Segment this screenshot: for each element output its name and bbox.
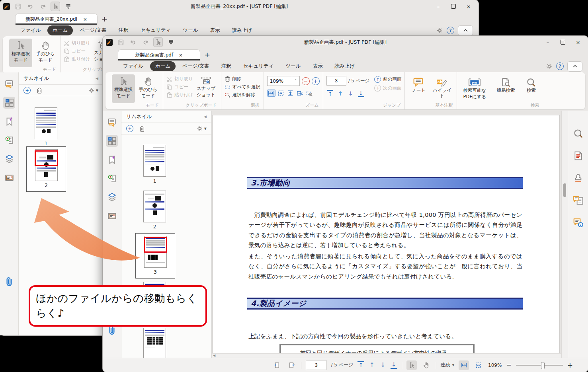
ribbon-collapse-button[interactable] [567,61,582,72]
zoom-out-icon[interactable]: − [302,77,310,85]
document-tab[interactable]: 新製品企画書.pdf × [118,49,200,60]
hand-mode-button[interactable]: 手のひらモード [34,39,57,67]
minimize-button[interactable]: – [432,2,445,11]
paste-button[interactable]: 貼り付け [64,56,90,62]
layers-panel-icon[interactable] [3,153,15,165]
undo-icon[interactable] [129,38,137,47]
menu-file[interactable]: ファイル [118,61,148,71]
panel-settings-gear-icon[interactable]: ▼ [197,125,207,132]
stamp-icon[interactable] [572,172,584,184]
copy-button[interactable]: コピー [64,48,90,54]
menu-readaloud[interactable]: 読み上げ [329,61,360,71]
minimize-button[interactable]: – [541,37,555,47]
settings-gear-icon[interactable] [546,63,553,70]
tab-close-icon[interactable]: × [83,17,87,22]
last-page-icon[interactable]: ↓ [358,90,364,97]
menu-home[interactable]: ホーム [47,25,73,35]
select-tool-icon[interactable] [51,2,60,11]
add-page-icon[interactable]: + [126,125,133,132]
searchable-pdf-button[interactable]: 検索可能なPDFにする [460,74,489,103]
delete-page-icon[interactable] [36,87,43,94]
document-tab[interactable]: 新製品企画書_20xx.pdf × [15,14,98,25]
add-page-icon[interactable]: + [23,87,31,94]
simple-search-button[interactable]: 簡易検索 [494,74,518,103]
tab-close-icon[interactable]: × [179,53,183,58]
bookmarks-panel-icon[interactable] [106,154,118,166]
previous-view-icon[interactable] [272,360,282,370]
undo-icon[interactable] [26,2,35,11]
status-page-input[interactable] [306,360,326,370]
fit-width-icon[interactable] [267,90,275,97]
comments-panel-icon[interactable] [3,78,15,90]
zoom-area-icon[interactable] [305,90,314,97]
maximize-button[interactable] [447,2,460,11]
save-icon[interactable] [116,38,125,47]
zoom-slider-thumb[interactable] [541,362,545,369]
delete-page-icon[interactable] [139,125,145,132]
search-button[interactable]: 検索 [522,74,540,103]
thumbnails-panel-icon[interactable] [3,97,15,109]
menu-view[interactable]: 表示 [307,61,328,71]
maximize-button[interactable] [556,37,570,47]
redo-icon[interactable] [38,2,47,11]
first-page-icon[interactable]: ↑ [357,361,364,369]
prev-page-icon[interactable]: ↑ [337,90,344,97]
menu-annot[interactable]: 注釈 [113,25,134,35]
zoom-in-icon[interactable]: + [567,361,573,369]
snapshot-button[interactable]: スナップショット [195,74,218,103]
comment-info-icon[interactable] [572,216,584,228]
panel-collapse-icon[interactable]: ◀ [204,115,207,119]
proofread-doc-icon[interactable] [572,150,584,162]
thumbnail-page-2-selected[interactable]: 2 [26,146,66,192]
menu-page[interactable]: ページ/文書 [177,61,214,71]
new-tab-button[interactable]: + [204,51,210,59]
status-fit-width-icon[interactable] [459,360,469,370]
fit-height-icon[interactable] [286,90,295,97]
thumbnail-page-1[interactable]: 1 [35,107,57,146]
menu-security[interactable]: セキュリティ [135,25,176,35]
menu-annot[interactable]: 注釈 [216,61,236,71]
ribbon-collapse-button[interactable] [458,25,473,36]
cut-button[interactable]: 切り取り [166,76,193,82]
zoom-in-icon[interactable]: + [312,77,320,85]
comments-panel-icon[interactable] [106,116,118,128]
scrollbar-thumb[interactable] [563,183,566,197]
paste-button[interactable]: 貼り付け [166,92,193,98]
note-button[interactable]: ノート [408,74,429,103]
close-button[interactable]: × [571,37,585,47]
help-icon[interactable]: ? [556,62,564,70]
standard-select-mode-button[interactable]: 標準選択モード [112,74,135,103]
destinations-panel-icon[interactable] [3,134,15,146]
more-icon[interactable] [64,2,72,11]
save-icon[interactable] [14,2,22,11]
search-sidebar-icon[interactable] [572,127,584,139]
menu-page[interactable]: ページ/文書 [74,25,111,35]
scroll-left-icon[interactable]: ◀ [213,354,215,357]
zoom-level-combobox[interactable]: 109%˅ [267,76,300,86]
last-page-icon[interactable]: ↓ [391,361,397,369]
destinations-panel-icon[interactable] [106,172,118,184]
next-page-icon[interactable]: ↓ [379,362,386,368]
menu-tools[interactable]: ツール [178,25,203,35]
bookmarks-panel-icon[interactable] [3,115,15,127]
prev-view-button[interactable]: ↑前の画面 [374,76,401,83]
next-page-icon[interactable]: ↓ [348,90,354,97]
prev-page-icon[interactable]: ↑ [369,362,375,368]
next-view-button[interactable]: ↓次の画面 [374,85,401,92]
menu-view[interactable]: 表示 [205,25,225,35]
copy-button[interactable]: コピー [166,84,193,90]
status-cursor-icon[interactable] [406,360,417,370]
cut-button[interactable]: 切り取り [64,40,90,46]
menu-home[interactable]: ホーム [150,61,176,71]
menu-file[interactable]: ファイル [15,25,46,35]
status-fit-page-icon[interactable] [473,360,484,370]
close-button[interactable]: × [462,2,475,11]
vertical-scrollbar[interactable] [561,111,568,358]
zoom-slider[interactable] [516,365,563,366]
more-icon[interactable] [166,38,175,47]
panel-collapse-icon[interactable]: ◀ [96,76,98,80]
fit-page-icon[interactable] [277,90,285,97]
new-tab-button[interactable]: + [102,15,107,23]
deselect-button[interactable]: 選択を解除 [225,92,260,98]
view-mode-dropdown[interactable]: 連続 ▼ [441,362,454,368]
